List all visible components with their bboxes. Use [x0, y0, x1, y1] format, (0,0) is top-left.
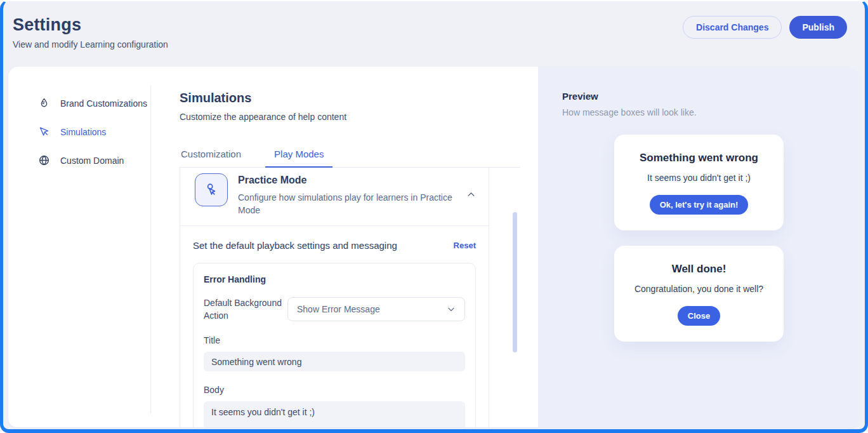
play-modes-scroll-area[interactable]: Practice Mode Configure how simulations …	[180, 168, 520, 427]
section-title: Simulations	[180, 91, 538, 105]
body-field[interactable]: It seems you didn't get it ;)	[204, 401, 465, 427]
practice-mode-header[interactable]: Practice Mode Configure how simulations …	[180, 168, 489, 225]
tab-customization[interactable]: Customization	[180, 145, 242, 168]
collapse-practice-button[interactable]	[466, 190, 476, 199]
error-handling-title: Error Handling	[204, 274, 465, 284]
practice-mode-section: Practice Mode Configure how simulations …	[180, 168, 489, 427]
error-handling-card: Error Handling Default Background Action…	[193, 263, 476, 427]
tab-play-modes[interactable]: Play Modes	[265, 145, 332, 168]
sidebar-item-label: Custom Domain	[60, 156, 124, 166]
preview-close-button[interactable]: Close	[678, 306, 720, 326]
preview-card-body: Congratulation, you done it well?	[627, 284, 771, 294]
title-field[interactable]	[204, 352, 465, 371]
discard-changes-button[interactable]: Discard Changes	[683, 16, 782, 39]
preview-title: Preview	[562, 91, 860, 102]
sidebar-item-label: Simulations	[60, 127, 106, 137]
section-subtitle: Customize the appearance of help content	[180, 112, 538, 122]
preview-card-body: It seems you didn't get it ;)	[627, 173, 771, 183]
tap-icon	[203, 182, 220, 198]
tabbar: Customization Play Modes	[180, 145, 520, 168]
sidebar-item-simulations[interactable]: Simulations	[38, 126, 150, 138]
page-title: Settings	[13, 15, 168, 35]
preview-card-title: Well done!	[627, 263, 771, 276]
preview-subtitle: How message boxes will look like.	[562, 107, 860, 117]
header-actions: Discard Changes Publish	[683, 16, 847, 39]
cursor-icon	[38, 126, 50, 138]
practice-mode-body: Set the default playback settings and me…	[180, 225, 489, 427]
preview-panel: Preview How message boxes will look like…	[538, 67, 860, 427]
page-header-titles: Settings View and modify Learning config…	[13, 15, 168, 50]
sidebar-item-custom-domain[interactable]: Custom Domain	[38, 154, 150, 166]
preview-error-message-card: Something went wrong It seems you didn't…	[614, 135, 784, 230]
background-action-label: Default Background Action	[204, 296, 287, 322]
playback-settings-row: Set the default playback settings and me…	[193, 240, 476, 251]
main-content: Simulations Customize the appearance of …	[151, 67, 538, 427]
chevron-down-icon	[447, 305, 456, 314]
preview-card-title: Something went wrong	[627, 152, 771, 164]
preview-retry-button[interactable]: Ok, let's try it again!	[650, 195, 749, 215]
practice-mode-description: Configure how simulations play for learn…	[238, 191, 454, 216]
practice-mode-texts: Practice Mode Configure how simulations …	[238, 173, 466, 216]
background-action-value: Show Error Message	[297, 304, 380, 314]
sidebar-item-label: Brand Customizations	[60, 98, 147, 109]
playback-settings-heading: Set the default playback settings and me…	[193, 240, 397, 251]
droplet-icon	[38, 97, 50, 109]
settings-page: Settings View and modify Learning config…	[3, 1, 865, 429]
vertical-scrollbar-thumb[interactable]	[513, 212, 517, 352]
background-action-select[interactable]: Show Error Message	[287, 297, 465, 321]
publish-button[interactable]: Publish	[789, 16, 847, 39]
settings-card: Brand Customizations Simulations Custom …	[8, 67, 860, 427]
globe-icon	[38, 154, 50, 166]
practice-mode-icon-box	[195, 173, 228, 206]
body-field-label: Body	[204, 385, 465, 395]
background-action-row: Default Background Action Show Error Mes…	[204, 296, 465, 322]
page-header: Settings View and modify Learning config…	[3, 1, 865, 67]
page-subtitle: View and modify Learning configuration	[13, 39, 168, 50]
chevron-up-icon	[466, 190, 476, 199]
sidebar-item-brand-customizations[interactable]: Brand Customizations	[38, 97, 150, 109]
app-window: Settings View and modify Learning config…	[0, 0, 868, 433]
title-field-label: Title	[204, 335, 465, 345]
reset-button[interactable]: Reset	[454, 241, 476, 250]
practice-mode-title: Practice Mode	[238, 175, 466, 186]
preview-success-message-card: Well done! Congratulation, you done it w…	[614, 246, 784, 342]
settings-sidebar: Brand Customizations Simulations Custom …	[8, 67, 150, 427]
